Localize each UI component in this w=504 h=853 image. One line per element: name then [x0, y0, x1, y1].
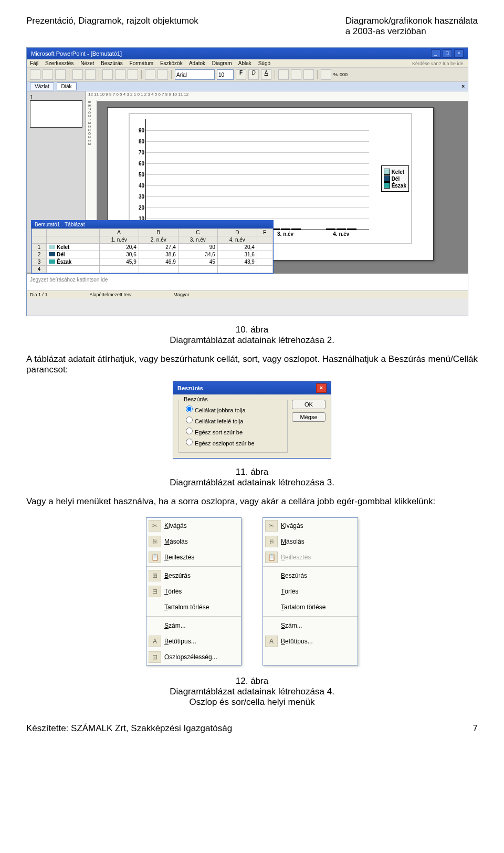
context-menu-cell: ✂Kivágás⎘Másolás📋BeillesztésBeszúrásTörl…	[262, 517, 358, 665]
context-menu-item[interactable]: 📋Beillesztés	[146, 549, 241, 565]
help-search[interactable]: Kérdése van? Írja be ide.	[412, 61, 465, 66]
menu-adatok[interactable]: Adatok	[189, 60, 205, 66]
menu-nezet[interactable]: Nézet	[80, 60, 94, 66]
datasheet-row-3: 3 Észak 45,9 46,9 45 43,9	[32, 258, 273, 266]
print-icon[interactable]	[72, 69, 83, 80]
context-menu-item[interactable]: ⎘Másolás	[146, 534, 241, 549]
menu-beszuras[interactable]: Beszúrás	[101, 60, 123, 66]
italic-icon[interactable]: D	[248, 69, 259, 80]
menu-item-icon: A	[265, 636, 278, 647]
font-size-select[interactable]	[217, 69, 234, 80]
redo-icon[interactable]	[158, 69, 168, 80]
figure-caption-10: 10. ábra Diagramtáblázat adatainak létre…	[26, 325, 478, 346]
insert-options-group: Beszúrás Cellákat jobbra tolja Cellákat …	[178, 400, 288, 453]
footer-left: Készítette: SZÁMALK Zrt, Szakképzési Iga…	[26, 723, 232, 734]
align-right-icon[interactable]	[303, 69, 314, 80]
copy-icon[interactable]	[115, 69, 125, 80]
context-menus: ✂Kivágás⎘Másolás📋Beillesztés⊞Beszúrás⊟Tö…	[26, 517, 478, 665]
font-select[interactable]	[175, 69, 215, 80]
pane-close-icon[interactable]: ×	[461, 84, 465, 89]
radio-shift-right[interactable]: Cellákat jobbra tolja	[183, 404, 283, 413]
menu-item-label: Beszúrás	[164, 572, 191, 579]
menu-eszkozok[interactable]: Eszközök	[160, 60, 183, 66]
header-right: Diagramok/grafikonok használata a 2003-a…	[345, 16, 478, 37]
menu-item-icon: ⊡	[149, 651, 161, 663]
menu-item-label: Szám...	[164, 622, 186, 629]
powerpoint-screenshot: Microsoft PowerPoint - [Bemutató1] _ □ ×…	[26, 47, 468, 316]
context-menu-item[interactable]: Tartalom törlése	[263, 599, 358, 615]
menu-item-label: Szám...	[281, 622, 302, 629]
slide-thumbnail-1[interactable]	[30, 100, 82, 128]
dialog-titlebar: Beszúrás ×	[173, 382, 331, 394]
menu-item-label: Törlés	[281, 588, 298, 595]
status-lang: Magyar	[174, 292, 190, 297]
notes-pane[interactable]: Jegyzet beírásához kattintson ide	[27, 273, 468, 290]
menu-item-icon: ⊞	[149, 570, 161, 581]
datasheet-table[interactable]: A B C D E 1. n.év 2. n.év 3. n.év 4. n.é…	[32, 228, 273, 273]
minimize-button[interactable]: _	[431, 49, 440, 58]
radio-entire-column[interactable]: Egész oszlopot szúr be	[183, 437, 283, 446]
cut-icon[interactable]	[102, 69, 113, 80]
menu-szerkesztes[interactable]: Szerkesztés	[45, 60, 74, 66]
menu-item-label: Tartalom törlése	[281, 604, 326, 611]
context-menu-item[interactable]: Szám...	[263, 618, 358, 633]
context-menu-item[interactable]: ⊞Beszúrás	[146, 568, 241, 584]
undo-icon[interactable]	[145, 69, 155, 80]
menu-item-label: Beszúrás	[281, 572, 307, 579]
paste-icon[interactable]	[128, 69, 138, 80]
menu-item-label: Másolás	[164, 538, 188, 545]
align-center-icon[interactable]	[291, 69, 301, 80]
menu-item-icon	[265, 601, 278, 613]
context-menu-item[interactable]: Szám...	[146, 618, 241, 633]
close-button[interactable]: ×	[454, 49, 464, 58]
context-menu-item[interactable]: Törlés	[263, 584, 358, 599]
menu-item-label: Beillesztés	[281, 554, 311, 561]
context-menu-item[interactable]: ✂Kivágás	[263, 518, 358, 534]
chart-datasheet[interactable]: Bemutató1 - Táblázat A B C D E 1. n.év 2…	[31, 220, 274, 274]
bold-icon[interactable]: F	[236, 69, 246, 80]
preview-icon[interactable]	[85, 69, 96, 80]
context-menu-item[interactable]: ✂Kivágás	[146, 518, 241, 534]
radio-entire-row[interactable]: Egész sort szúr be	[183, 426, 283, 435]
new-icon[interactable]	[30, 69, 40, 80]
cancel-button[interactable]: Mégse	[292, 412, 326, 422]
save-icon[interactable]	[55, 69, 66, 80]
underline-icon[interactable]: A	[261, 69, 271, 80]
menu-item-label: Másolás	[281, 538, 304, 545]
page-header: Prezentáció, Diagramok, rajzolt objektum…	[26, 16, 478, 37]
menubar: Fájl Szerkesztés Nézet Beszúrás Formátum…	[27, 59, 468, 68]
menu-item-label: Tartalom törlése	[164, 604, 209, 611]
radio-shift-down[interactable]: Cellákat lefelé tolja	[183, 415, 283, 424]
context-menu-column: ✂Kivágás⎘Másolás📋Beillesztés⊞Beszúrás⊟Tö…	[146, 517, 242, 665]
tab-vazlat[interactable]: Vázlat	[30, 82, 54, 90]
menu-ablak[interactable]: Ablak	[238, 60, 251, 66]
context-menu-item[interactable]: ⊡Oszlopszélesség...	[146, 649, 241, 665]
context-menu-item[interactable]: Tartalom törlése	[146, 599, 241, 615]
currency-icon[interactable]	[321, 69, 331, 80]
ok-button[interactable]: OK	[292, 400, 326, 409]
series-marker-eszak	[49, 259, 55, 264]
context-menu-item[interactable]: ABetűtípus...	[263, 633, 358, 649]
context-menu-item[interactable]: 📋Beillesztés	[263, 549, 358, 565]
statusbar: Dia 1 / 1 Alapértelmezett terv Magyar	[27, 290, 468, 298]
context-menu-item[interactable]: ABetűtípus...	[146, 633, 241, 649]
horizontal-ruler: 12 11 10 9 8 7 6 5 4 3 2 1 0 1 2 3 4 5 6…	[86, 91, 468, 101]
menu-diagram[interactable]: Diagram	[212, 60, 232, 66]
tab-diak[interactable]: Diák	[57, 82, 77, 90]
menu-item-icon: 📋	[265, 552, 278, 563]
maximize-button[interactable]: □	[443, 49, 452, 58]
context-menu-item[interactable]: ⎘Másolás	[263, 534, 358, 549]
context-menu-item[interactable]: Beszúrás	[263, 568, 358, 584]
context-menu-item[interactable]: ⊟Törlés	[146, 584, 241, 599]
dialog-close-button[interactable]: ×	[316, 383, 327, 393]
menu-item-icon	[149, 620, 161, 631]
chart-plot-area: 1020304050607080901. n.év2. n.év3. n.év4…	[145, 119, 369, 230]
menu-formatum[interactable]: Formátum	[130, 60, 154, 66]
menu-sugo[interactable]: Súgó	[258, 60, 270, 66]
open-icon[interactable]	[43, 69, 53, 80]
datasheet-row-4: 4	[32, 266, 273, 273]
document-page: Prezentáció, Diagramok, rajzolt objektum…	[0, 0, 504, 750]
align-left-icon[interactable]	[278, 69, 289, 80]
menu-fajl[interactable]: Fájl	[30, 60, 38, 66]
menu-item-icon	[265, 586, 278, 597]
